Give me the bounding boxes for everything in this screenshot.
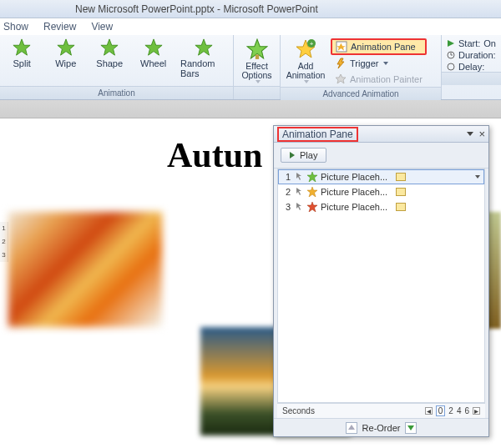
duration-bar bbox=[396, 188, 406, 196]
start-row[interactable]: Start: On bbox=[447, 38, 496, 48]
svg-rect-6 bbox=[255, 55, 258, 59]
chevron-down-icon[interactable] bbox=[475, 175, 480, 179]
marker-2[interactable]: 2 bbox=[0, 235, 8, 249]
scroll-left-icon[interactable]: ◂ bbox=[425, 407, 433, 415]
duration-bar bbox=[396, 203, 406, 211]
painter-label: Animation Painter bbox=[350, 74, 423, 84]
svg-marker-1 bbox=[58, 39, 74, 55]
effect-label: Split bbox=[13, 58, 31, 68]
chevron-down-icon bbox=[304, 80, 309, 83]
tick-6: 6 bbox=[464, 406, 469, 415]
timeline[interactable]: Seconds ◂ 0 2 4 6 ▸ bbox=[277, 403, 485, 418]
effect-options-button[interactable]: Effect Options bbox=[239, 38, 275, 83]
start-label: Start: bbox=[458, 38, 480, 48]
svg-marker-20 bbox=[307, 187, 317, 197]
effect-star-icon bbox=[307, 202, 317, 212]
animation-pane: Animation Pane × Play 1 Picture Placeh..… bbox=[273, 125, 489, 437]
animation-list: 1 Picture Placeh... 2 Picture Placeh... … bbox=[277, 169, 485, 403]
tab-view[interactable]: View bbox=[91, 21, 113, 33]
item-number: 1 bbox=[282, 172, 291, 182]
marker-3[interactable]: 3 bbox=[0, 249, 8, 262]
effect-wipe[interactable]: Wipe bbox=[48, 38, 82, 68]
star-icon bbox=[100, 38, 119, 57]
trigger-label: Trigger bbox=[350, 58, 378, 68]
delay-icon bbox=[447, 63, 455, 71]
tab-review[interactable]: Review bbox=[43, 21, 76, 33]
svg-marker-21 bbox=[307, 202, 317, 212]
svg-marker-2 bbox=[101, 39, 118, 55]
pane-titlebar[interactable]: Animation Pane × bbox=[274, 126, 488, 143]
clock-icon bbox=[447, 51, 455, 59]
add-animation-button[interactable]: + Add Animation bbox=[286, 38, 326, 83]
trigger-icon bbox=[335, 58, 347, 69]
slide-title: Autun bbox=[167, 135, 262, 175]
effect-split[interactable]: Split bbox=[5, 38, 38, 68]
animation-item[interactable]: 1 Picture Placeh... bbox=[278, 169, 484, 184]
animation-markers: 1 2 3 bbox=[0, 222, 8, 262]
item-name: Picture Placeh... bbox=[321, 202, 392, 212]
tick-2: 2 bbox=[448, 406, 453, 415]
add-animation-icon: + bbox=[295, 38, 316, 60]
svg-text:+: + bbox=[310, 40, 314, 48]
animation-pane-label: Animation Pane bbox=[351, 42, 416, 52]
play-label: Play bbox=[300, 150, 317, 160]
item-number: 2 bbox=[282, 187, 291, 197]
animation-item[interactable]: 3 Picture Placeh... bbox=[278, 199, 484, 214]
picture-placeholder-1[interactable] bbox=[8, 212, 162, 327]
effect-shape[interactable]: Shape bbox=[93, 38, 126, 68]
marker-1[interactable]: 1 bbox=[0, 222, 8, 235]
group-label-animation: Animation bbox=[0, 86, 233, 99]
svg-marker-12 bbox=[337, 58, 344, 68]
ribbon: Split Wipe Shape Wheel Random Bars Anima… bbox=[0, 35, 501, 100]
gray-strip bbox=[0, 100, 501, 118]
effect-star-icon bbox=[307, 187, 317, 197]
svg-marker-13 bbox=[336, 74, 346, 83]
duration-bar bbox=[396, 173, 406, 181]
mouse-icon bbox=[294, 202, 304, 212]
play-button[interactable]: Play bbox=[281, 148, 326, 163]
svg-marker-19 bbox=[307, 172, 317, 182]
delay-label: Delay: bbox=[458, 62, 484, 72]
svg-marker-3 bbox=[145, 39, 162, 55]
effect-random-bars[interactable]: Random Bars bbox=[180, 38, 228, 78]
close-icon[interactable]: × bbox=[478, 128, 485, 140]
trigger-button[interactable]: Trigger bbox=[331, 56, 427, 71]
svg-marker-23 bbox=[407, 425, 414, 430]
star-icon bbox=[144, 38, 163, 57]
animation-pane-button[interactable]: Animation Pane bbox=[331, 38, 427, 55]
effect-label: Shape bbox=[96, 58, 123, 68]
play-icon bbox=[447, 39, 455, 48]
tab-slideshow[interactable]: Show bbox=[3, 21, 28, 33]
move-up-button[interactable] bbox=[346, 422, 357, 434]
star-icon bbox=[57, 38, 75, 57]
item-name: Picture Placeh... bbox=[321, 172, 392, 182]
seconds-label: Seconds bbox=[282, 406, 315, 415]
add-animation-label: Add Animation bbox=[286, 62, 326, 80]
group-label-advanced: Advanced Animation bbox=[281, 87, 441, 100]
animation-pane-icon bbox=[336, 41, 347, 53]
star-icon bbox=[195, 38, 213, 57]
scroll-right-icon[interactable]: ▸ bbox=[473, 407, 480, 415]
svg-marker-0 bbox=[13, 39, 30, 55]
delay-row[interactable]: Delay: bbox=[447, 62, 496, 72]
painter-icon bbox=[335, 73, 347, 85]
star-icon bbox=[246, 38, 268, 60]
tick-4: 4 bbox=[457, 406, 462, 415]
move-down-button[interactable] bbox=[405, 422, 417, 434]
svg-point-18 bbox=[448, 63, 454, 70]
animation-item[interactable]: 2 Picture Placeh... bbox=[278, 184, 484, 199]
effect-wheel[interactable]: Wheel bbox=[136, 38, 170, 68]
svg-marker-4 bbox=[195, 39, 212, 55]
group-label-timing bbox=[442, 72, 501, 85]
effect-star-icon bbox=[307, 172, 317, 182]
ribbon-tabs: Show Review View bbox=[0, 18, 501, 35]
effect-label: Random Bars bbox=[180, 58, 228, 78]
pane-options-icon[interactable] bbox=[467, 132, 473, 136]
mouse-icon bbox=[294, 172, 304, 182]
svg-marker-22 bbox=[348, 425, 355, 430]
reorder-row: Re-Order bbox=[274, 418, 488, 436]
start-value: On bbox=[483, 38, 496, 48]
star-icon bbox=[13, 38, 31, 57]
effect-options-label: Effect Options bbox=[241, 62, 271, 80]
duration-row[interactable]: Duration: bbox=[447, 50, 496, 60]
